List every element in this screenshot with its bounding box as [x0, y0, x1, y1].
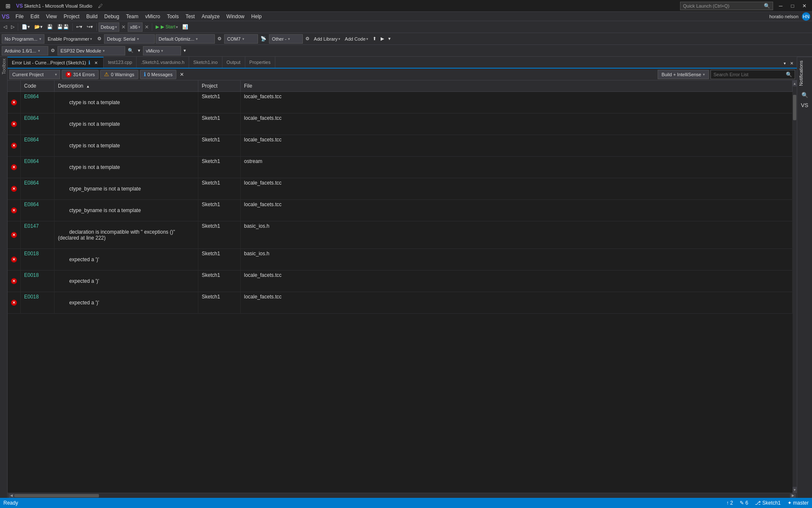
table-row[interactable]: ✕ E0018 expected a ')' Sketch1 locale_fa… — [8, 292, 793, 313]
notifications-icon-1[interactable]: 🔍 — [801, 91, 809, 99]
menu-item-vmicro[interactable]: vMicro — [142, 13, 163, 20]
other-dropdown[interactable]: Other - ▾ — [269, 34, 303, 44]
profile-btn[interactable]: 📊 — [181, 22, 190, 32]
row-code-8[interactable]: E0018 — [24, 272, 39, 278]
hscroll-thumb[interactable] — [14, 494, 99, 497]
tab-properties[interactable]: Properties — [245, 57, 275, 68]
table-row[interactable]: ✕ E0018 expected a ')' Sketch1 basic_ios… — [8, 248, 793, 270]
col-header-description[interactable]: Description ▲ — [55, 80, 198, 91]
menu-item-tools[interactable]: Tools — [164, 13, 182, 20]
serial-monitor-btn[interactable]: ▶ — [379, 34, 386, 44]
vmicro-more-btn[interactable]: ▾ — [182, 46, 188, 55]
table-row[interactable]: ✕ E0864 ctype_byname is not a template S… — [8, 178, 793, 199]
enable-programmer-btn[interactable]: Enable Programmer ▾ — [46, 34, 94, 44]
menu-item-build[interactable]: Build — [83, 13, 101, 20]
quick-launch-box[interactable]: Quick Launch (Ctrl+Q) 🔍 — [680, 2, 773, 10]
row-code-7[interactable]: E0018 — [24, 251, 39, 257]
serial-more-btn[interactable]: ▾ — [387, 34, 392, 44]
tab-close-all-btn[interactable]: ✕ — [788, 58, 795, 68]
windows-icon[interactable]: ⊞ — [3, 1, 13, 11]
other-settings-btn[interactable]: ⚙ — [304, 34, 311, 44]
build-filter-dropdown[interactable]: Build + IntelliSense ▾ — [658, 70, 709, 79]
scrollbar-thumb[interactable] — [793, 95, 796, 120]
menu-item-file[interactable]: File — [12, 13, 27, 20]
tab-sketch1ino[interactable]: Sketch1.ino — [189, 57, 222, 68]
title-bar-maximize[interactable]: □ — [788, 2, 797, 10]
open-btn[interactable]: 📂▾ — [33, 22, 44, 32]
tab-error-list[interactable]: Error List - Curre...Project (Sketch1) ℹ… — [8, 57, 104, 68]
filter-dropdown[interactable]: Current Project ▾ — [9, 70, 60, 79]
horizontal-scrollbar[interactable]: ◀ ▶ — [8, 493, 797, 498]
col-header-project[interactable]: Project — [198, 80, 241, 91]
table-row[interactable]: ✕ E0864 ctype is not a template Sketch1 … — [8, 113, 793, 135]
com-settings-btn[interactable]: 📡 — [259, 34, 268, 44]
quick-launch-input[interactable]: Quick Launch (Ctrl+Q) — [683, 3, 730, 8]
table-row[interactable]: ✕ E0147 declaration is incompatible with… — [8, 221, 793, 248]
menu-item-project[interactable]: Project — [60, 13, 83, 20]
save-btn[interactable]: 💾 — [45, 22, 55, 32]
row-code-5[interactable]: E0864 — [24, 202, 39, 207]
back-btn[interactable]: ◁ — [2, 22, 8, 32]
menu-item-test[interactable]: Test — [182, 13, 198, 20]
row-code-9[interactable]: E0018 — [24, 294, 39, 300]
tab-error-list-close[interactable]: ✕ — [93, 60, 99, 66]
optimize-dropdown[interactable]: Default Optimiz... ▾ — [156, 34, 215, 44]
forward-btn[interactable]: ▷ — [9, 22, 16, 32]
board-more-btn[interactable]: ▾ — [136, 46, 142, 55]
status-up-count[interactable]: ↑ 2 — [726, 500, 733, 506]
menu-item-view[interactable]: View — [43, 13, 60, 20]
toolbox-label[interactable]: Toolbox — [1, 58, 6, 75]
programmer-dropdown[interactable]: No Programm... ▾ — [2, 34, 44, 44]
menu-item-window[interactable]: Window — [223, 13, 248, 20]
title-bar-close[interactable]: ✕ — [800, 2, 809, 10]
col-header-code[interactable]: Code — [21, 80, 55, 91]
row-code-3[interactable]: E0864 — [24, 158, 39, 164]
row-code-2[interactable]: E0864 — [24, 137, 39, 143]
start-btn[interactable]: ▶ ▶ Start ▾ — [154, 22, 180, 32]
redo-btn[interactable]: ↪▾ — [85, 22, 95, 32]
title-bar-minimize[interactable]: ─ — [776, 2, 785, 10]
menu-item-help[interactable]: Help — [248, 13, 265, 20]
new-btn[interactable]: 📄▾ — [20, 22, 32, 32]
table-row[interactable]: ✕ E0864 ctype is not a template Sketch1 … — [8, 91, 793, 113]
board-settings-btn[interactable]: ⚙ — [49, 46, 57, 55]
tab-output[interactable]: Output — [222, 57, 245, 68]
debug-serial-dropdown[interactable]: Debug: Serial ▾ — [104, 34, 155, 44]
filter-clear-btn[interactable]: ✕ — [178, 70, 186, 79]
col-header-file[interactable]: File — [241, 80, 793, 91]
row-code-4[interactable]: E0864 — [24, 180, 39, 186]
notifications-label[interactable]: Notifications — [797, 57, 812, 89]
menu-item-edit[interactable]: Edit — [27, 13, 43, 20]
taskbar-item-1[interactable]: VS Sketch1 - Microsoft Visual Studio — [14, 1, 95, 11]
table-row[interactable]: ✕ E0864 ctype_byname is not a template S… — [8, 199, 793, 221]
platform-dropdown[interactable]: x86 ▾ — [128, 22, 143, 32]
hscroll-track[interactable] — [14, 494, 790, 497]
add-code-btn[interactable]: Add Code ▾ — [343, 34, 370, 44]
table-row[interactable]: ✕ E0864 ctype is not a template Sketch1 … — [8, 156, 793, 178]
upload-btn[interactable]: ⬆ — [371, 34, 378, 44]
optimize-settings-btn[interactable]: ⚙ — [216, 34, 223, 44]
vmicro-dropdown[interactable]: vMicro ▾ — [143, 46, 181, 55]
add-library-btn[interactable]: Add Library ▾ — [312, 34, 342, 44]
user-name[interactable]: horatio nelson — [769, 14, 798, 19]
notifications-icon-2[interactable]: VS — [801, 101, 809, 110]
vertical-scrollbar[interactable]: ▲ ▼ — [793, 80, 797, 493]
status-branch[interactable]: ⎇ Sketch1 — [755, 500, 781, 506]
status-master[interactable]: ✦ master — [787, 500, 809, 506]
row-code-6[interactable]: E0147 — [24, 223, 39, 229]
errors-btn[interactable]: ✕ 314 Errors — [62, 70, 99, 79]
warnings-btn[interactable]: ⚠ 0 Warnings — [100, 70, 138, 79]
messages-btn[interactable]: ℹ 0 Messages — [140, 70, 176, 79]
table-row[interactable]: ✕ E0018 expected a ')' Sketch1 locale_fa… — [8, 270, 793, 292]
row-code-1[interactable]: E0864 — [24, 115, 39, 121]
menu-item-team[interactable]: Team — [123, 13, 142, 20]
debug-config-dropdown[interactable]: Debug ▾ — [99, 22, 119, 32]
tab-vsarduino[interactable]: .Sketch1.vsarduino.h — [137, 57, 189, 68]
save-all-btn[interactable]: 💾💾 — [55, 22, 71, 32]
search-board-btn[interactable]: 🔍 — [126, 46, 135, 55]
programmer-settings-btn[interactable]: ⚙ — [96, 34, 103, 44]
menu-item-debug[interactable]: Debug — [101, 13, 123, 20]
user-avatar[interactable]: HN — [802, 12, 810, 21]
variant-dropdown[interactable]: ESP32 Dev Module ▾ — [58, 46, 125, 55]
taskbar-item-2[interactable]: 🖊 — [96, 1, 105, 11]
